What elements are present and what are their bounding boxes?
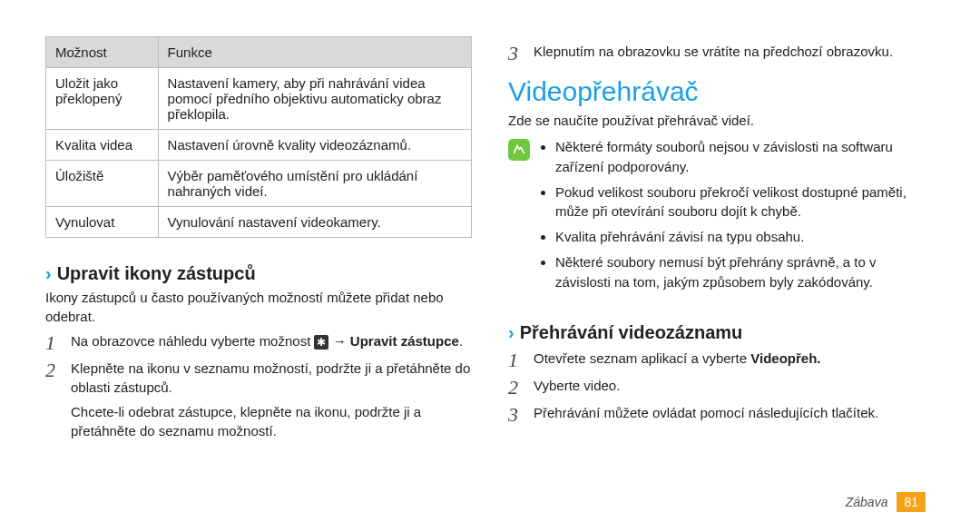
table-row: Vynulovat Vynulování nastavení videokame…	[46, 207, 472, 238]
note-item: Kvalita přehrávání závisí na typu obsahu…	[555, 227, 935, 247]
gear-icon: ✱	[314, 335, 328, 350]
playback-step-3: 3 Přehrávání můžete ovládat pomocí násle…	[508, 403, 935, 425]
step-number: 2	[508, 376, 524, 398]
note-icon	[508, 139, 530, 161]
step-number: 2	[45, 359, 62, 380]
table-row: Uložit jako překlopený Nastavení kamery,…	[46, 68, 472, 130]
note-block: Některé formáty souborů nejsou v závislo…	[508, 137, 935, 297]
page-footer: Zábava 81	[846, 492, 926, 512]
options-table: Možnost Funkce Uložit jako překlopený Na…	[45, 36, 472, 238]
chevron-icon: ›	[508, 322, 514, 342]
note-item: Některé soubory nemusí být přehrány sprá…	[555, 252, 935, 292]
section-edit-shortcuts: ›Upravit ikony zástupců	[45, 263, 472, 284]
note-item: Pokud velikost souboru překročí velikost…	[555, 182, 935, 222]
step-number: 1	[508, 349, 524, 370]
footer-section-label: Zábava	[846, 495, 888, 509]
step-2: 2 Klepněte na ikonu v seznamu možností, …	[45, 359, 472, 397]
table-header-function: Funkce	[158, 37, 471, 68]
step-number: 3	[508, 403, 524, 425]
step-1: 1 Na obrazovce náhledu vyberte možnost ✱…	[45, 331, 472, 353]
step-number: 1	[45, 331, 62, 353]
playback-step-1: 1 Otevřete seznam aplikací a vyberte Vid…	[508, 349, 935, 370]
table-header-option: Možnost	[46, 37, 159, 68]
table-row: Kvalita videa Nastavení úrovně kvality v…	[46, 130, 472, 161]
step-3-top: 3 Klepnutím na obrazovku se vrátíte na p…	[508, 42, 935, 64]
playback-step-2: 2 Vyberte video.	[508, 376, 935, 398]
intro-text: Ikony zástupců u často používaných možno…	[45, 288, 472, 326]
chevron-icon: ›	[45, 263, 52, 283]
video-intro: Zde se naučíte používat přehrávač videí.	[508, 111, 935, 130]
page-number: 81	[897, 492, 926, 512]
section-playback: ›Přehrávání videozáznamu	[508, 322, 935, 343]
step-number: 3	[508, 42, 524, 64]
step-2-sub: Chcete-li odebrat zástupce, klepněte na …	[71, 402, 472, 440]
video-player-heading: Videopřehrávač	[508, 76, 935, 107]
note-item: Některé formáty souborů nejsou v závislo…	[555, 137, 935, 177]
table-row: Úložiště Výběr paměťového umístění pro u…	[46, 161, 472, 207]
